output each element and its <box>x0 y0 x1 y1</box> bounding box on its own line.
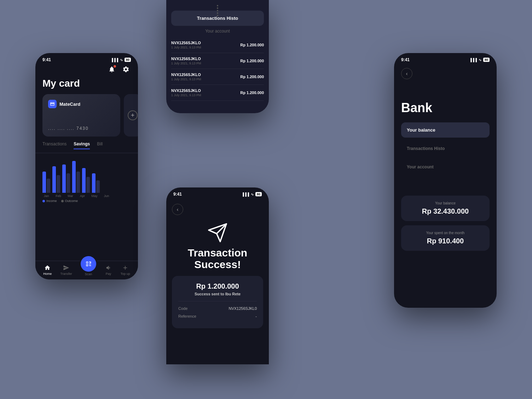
legend-outcome-label: Outcome <box>65 199 78 203</box>
back-button-4[interactable]: ‹ <box>401 68 412 79</box>
card-logo-icon <box>48 100 57 108</box>
status-icons-1: ▐▐▐ ∿ 80 <box>111 58 131 62</box>
reference-value: - <box>255 314 257 318</box>
topup-icon <box>122 264 129 271</box>
card-area: MateCard .... .... .... 7430 + <box>35 94 138 137</box>
success-amount: Rp 1.200.000 <box>178 282 257 290</box>
bar-outcome-may <box>86 177 90 193</box>
tx-left-1: NVX1256SJKLO 1 July 2021, 9.13 PM <box>171 41 201 49</box>
nav-pay-label: Pay <box>106 272 111 276</box>
card-logo: MateCard <box>48 100 115 108</box>
time-1: 9:41 <box>42 57 51 62</box>
card-name: MateCard <box>59 102 80 107</box>
tx-code-2: NVX1256SJKLO <box>171 57 201 61</box>
battery-4: 80 <box>483 58 490 62</box>
success-code-row: Code NVX1256SJKL0 <box>178 306 257 311</box>
label-may: May <box>91 194 98 198</box>
success-icon-area <box>166 222 269 243</box>
bar-outcome-feb <box>57 175 60 193</box>
bar-outcome-apr <box>76 172 80 193</box>
balance-value: Rp 32.430.000 <box>407 207 483 215</box>
code-value: NVX1256SJKL0 <box>229 306 257 311</box>
legend-outcome: Outcome <box>61 199 78 203</box>
bar-group-jun <box>92 173 100 193</box>
tab-savings[interactable]: Savings <box>74 141 90 149</box>
add-card-button[interactable]: + <box>124 94 138 137</box>
bank-header: Bank Your balance Transactions Histo You… <box>394 79 497 185</box>
nav-scan[interactable]: Scan <box>81 264 96 276</box>
chart-bars <box>42 157 131 193</box>
bar-income-jan <box>42 172 46 193</box>
scroll-dot-1 <box>217 5 218 6</box>
bar-outcome-jun <box>96 180 100 193</box>
balance-label: Your balance <box>407 201 483 205</box>
signal-icon-3: ▐▐▐ <box>242 192 249 196</box>
phone-transactions: Transactions Histo Your account NVX1256S… <box>166 0 269 113</box>
balance-card-main: Your balance Rp 32.430.000 <box>401 196 490 221</box>
legend-outcome-dot <box>61 200 64 202</box>
tx-left-3: NVX1256SJKLO 1 July 2021, 9.13 PM <box>171 73 201 81</box>
bar-group-may <box>82 168 90 193</box>
time-3: 9:41 <box>173 192 182 197</box>
tx-amount-3: Rp 1.200.000 <box>240 75 264 79</box>
tx-date-3: 1 July 2021, 9.13 PM <box>171 77 201 81</box>
tx-left-4: NVX1256SJKLO 1 July 2021, 9.13 PM <box>171 88 201 97</box>
legend-income-label: Income <box>46 199 57 203</box>
bar-income-feb <box>52 166 56 193</box>
phone-home: 9:41 ▐▐▐ ∿ 80 My card <box>35 53 138 279</box>
scroll-dot-2 <box>217 7 218 9</box>
bar-group-apr <box>72 161 80 193</box>
tx-date-4: 1 July 2021, 9.13 PM <box>171 93 201 97</box>
nav-home[interactable]: Home <box>43 264 52 276</box>
tx-code-1: NVX1256SJKLO <box>171 41 201 45</box>
settings-button[interactable] <box>121 64 131 74</box>
nav-transfer[interactable]: Transfer <box>60 264 72 276</box>
tx-amount-2: Rp 1.200.000 <box>240 59 264 63</box>
scroll-dot-4 <box>217 12 218 14</box>
tab-bill[interactable]: Bill <box>97 141 103 149</box>
pay-icon <box>105 264 112 271</box>
back-button-3[interactable]: ‹ <box>172 204 183 215</box>
label-jun: Jun <box>103 194 110 198</box>
tx-left-2: NVX1256SJKLO 1 July 2021, 9.13 PM <box>171 57 201 65</box>
nav-topup[interactable]: Top up <box>121 264 130 276</box>
send-success-icon <box>207 222 228 243</box>
legend: Income Outcome <box>35 199 138 203</box>
tab-transactions[interactable]: Transactions <box>42 141 66 149</box>
nav-pay[interactable]: Pay <box>105 264 112 276</box>
battery-3: 80 <box>255 192 262 196</box>
signal-icon-4: ▐▐▐ <box>469 58 477 62</box>
tx-row-3: NVX1256SJKLO 1 July 2021, 9.13 PM Rp 1.2… <box>171 69 264 85</box>
legend-income: Income <box>42 199 57 203</box>
bank-menu-transactions[interactable]: Transactions Histo <box>401 141 490 156</box>
success-card: Rp 1.200.000 Success sent to Ibu Rete Co… <box>172 276 263 328</box>
label-mar: Mar <box>66 194 74 198</box>
bank-card[interactable]: MateCard .... .... .... 7430 <box>42 94 120 137</box>
plus-icon: + <box>128 110 138 120</box>
transfer-icon <box>63 264 70 271</box>
bank-name: Bank <box>401 100 490 115</box>
notification-button[interactable] <box>107 64 117 74</box>
wifi-icon: ∿ <box>120 58 123 62</box>
tx-date-2: 1 July 2021, 9.13 PM <box>171 62 201 65</box>
code-label: Code <box>178 306 187 311</box>
bank-menu-balance[interactable]: Your balance <box>401 122 490 138</box>
chart-area: Jan Feb Mar Apr May Jun <box>35 153 138 199</box>
bar-group-jan <box>42 172 50 193</box>
tabs-row: Transactions Savings Bill <box>35 141 138 153</box>
success-divider <box>178 301 257 301</box>
wifi-icon-3: ∿ <box>251 192 254 196</box>
success-title: TransactionSuccess! <box>166 247 269 270</box>
bar-income-mar <box>62 164 66 193</box>
signal-icon: ▐▐▐ <box>111 58 118 62</box>
phone-success: 9:41 ▐▐▐ ∿ 80 ‹ TransactionSuccess! Rp 1… <box>166 187 269 364</box>
home-icon <box>44 264 51 271</box>
tx-row-4: NVX1256SJKLO 1 July 2021, 9.13 PM Rp 1.2… <box>171 85 264 101</box>
bank-menu-account[interactable]: Your account <box>401 160 490 174</box>
balance-card-spent: Your spent on the month Rp 910.400 <box>401 225 490 251</box>
tx-code-3: NVX1256SJKLO <box>171 73 201 77</box>
scan-button[interactable] <box>81 256 96 272</box>
tx-row-2: NVX1256SJKLO 1 July 2021, 9.13 PM Rp 1.2… <box>171 53 264 69</box>
label-feb: Feb <box>54 194 62 198</box>
reference-label: Reference <box>178 314 196 318</box>
